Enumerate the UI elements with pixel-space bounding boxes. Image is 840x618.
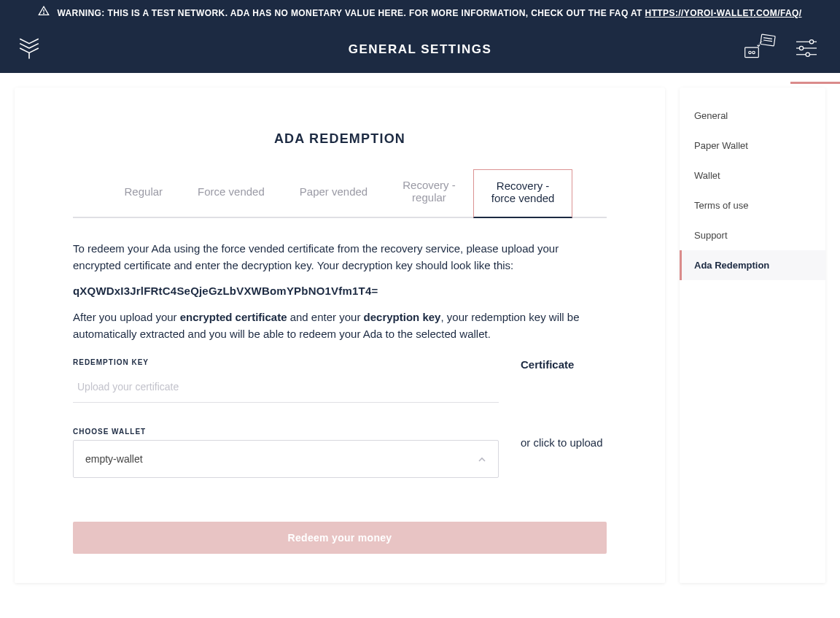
warning-prefix: WARNING: THIS IS A TEST NETWORK. ADA HAS… bbox=[57, 8, 645, 18]
app-logo-icon[interactable] bbox=[18, 35, 41, 64]
p2-c: and enter your bbox=[287, 311, 364, 323]
instruction-p1: To redeem your Ada using the force vende… bbox=[73, 240, 607, 274]
tab-paper-vended-label: Paper vended bbox=[300, 185, 368, 198]
svg-point-5 bbox=[752, 51, 755, 53]
wallets-icon[interactable] bbox=[744, 34, 776, 66]
svg-rect-2 bbox=[761, 34, 775, 46]
sidebar-item-label: Paper Wallet bbox=[694, 140, 748, 151]
choose-wallet-label: CHOOSE WALLET bbox=[73, 428, 499, 436]
choose-wallet-select[interactable]: empty-wallet bbox=[73, 440, 499, 478]
warning-text: WARNING: THIS IS A TEST NETWORK. ADA HAS… bbox=[57, 7, 801, 20]
p2-b: encrypted certificate bbox=[180, 311, 287, 323]
tab-recovery-regular-l2: regular bbox=[402, 191, 456, 204]
sidebar-item-ada-redemption[interactable]: Ada Redemption bbox=[680, 250, 825, 280]
app-header: GENERAL SETTINGS bbox=[0, 26, 840, 73]
sidebar-item-terms-of-use[interactable]: Terms of use bbox=[680, 190, 825, 220]
choose-wallet-selected: empty-wallet bbox=[85, 453, 143, 465]
settings-icon[interactable] bbox=[795, 38, 818, 61]
settings-active-indicator bbox=[790, 82, 840, 84]
sidebar-item-general[interactable]: General bbox=[680, 101, 825, 131]
sidebar-item-support[interactable]: Support bbox=[680, 220, 825, 250]
tab-recovery-force-vended-l2: force vended bbox=[491, 192, 555, 204]
tab-recovery-force-vended-l1: Recovery - bbox=[497, 179, 550, 192]
tab-force-vended[interactable]: Force vended bbox=[180, 175, 282, 211]
tab-regular-label: Regular bbox=[125, 185, 163, 198]
instruction-p2: After you upload your encrypted certific… bbox=[73, 309, 607, 343]
tab-regular[interactable]: Regular bbox=[107, 175, 181, 211]
sidebar-item-wallet[interactable]: Wallet bbox=[680, 161, 825, 190]
svg-point-11 bbox=[806, 53, 809, 56]
sidebar-item-paper-wallet[interactable]: Paper Wallet bbox=[680, 131, 825, 161]
certificate-upload-hint: or click to upload bbox=[521, 436, 607, 449]
settings-sidebar: General Paper Wallet Wallet Terms of use… bbox=[680, 88, 825, 583]
panel-title: ADA REDEMPTION bbox=[73, 131, 607, 147]
redemption-key-input[interactable] bbox=[73, 371, 499, 403]
svg-point-1 bbox=[44, 13, 44, 14]
svg-point-7 bbox=[809, 40, 813, 44]
tab-paper-vended[interactable]: Paper vended bbox=[282, 175, 385, 211]
redeem-button[interactable]: Redeem your money bbox=[73, 522, 607, 554]
sidebar-item-label: Wallet bbox=[694, 170, 720, 181]
sidebar-item-label: Terms of use bbox=[694, 200, 748, 211]
certificate-label: Certificate bbox=[521, 358, 607, 371]
svg-rect-3 bbox=[745, 47, 759, 58]
warning-bar: WARNING: THIS IS A TEST NETWORK. ADA HAS… bbox=[0, 0, 840, 26]
sample-decryption-key: qXQWDxI3JrlFRtC4SeQjeGzLbVXWBomYPbNO1Vfm… bbox=[73, 285, 607, 297]
svg-point-9 bbox=[799, 47, 803, 50]
sidebar-item-label: Ada Redemption bbox=[694, 260, 769, 271]
certificate-upload-area[interactable]: Certificate or click to upload bbox=[521, 358, 607, 478]
tab-force-vended-label: Force vended bbox=[198, 185, 265, 198]
sidebar-item-label: General bbox=[694, 110, 728, 121]
redemption-key-label: REDEMPTION KEY bbox=[73, 358, 499, 366]
chevron-up-icon bbox=[478, 453, 486, 465]
tab-recovery-force-vended[interactable]: Recovery - force vended bbox=[473, 169, 573, 218]
page-title: GENERAL SETTINGS bbox=[349, 42, 492, 57]
svg-point-4 bbox=[749, 51, 751, 53]
warning-link[interactable]: HTTPS://YOROI-WALLET.COM/FAQ/ bbox=[645, 8, 802, 18]
redemption-tabs: Regular Force vended Paper vended Recove… bbox=[73, 169, 607, 218]
p2-a: After you upload your bbox=[73, 311, 180, 323]
p2-d: decryption key bbox=[364, 311, 441, 323]
warning-icon bbox=[38, 5, 50, 21]
sidebar-item-label: Support bbox=[694, 230, 728, 241]
main-panel: ADA REDEMPTION Regular Force vended Pape… bbox=[15, 88, 665, 583]
tab-recovery-regular-l1: Recovery - bbox=[402, 179, 456, 191]
tab-recovery-regular[interactable]: Recovery - regular bbox=[385, 169, 473, 217]
